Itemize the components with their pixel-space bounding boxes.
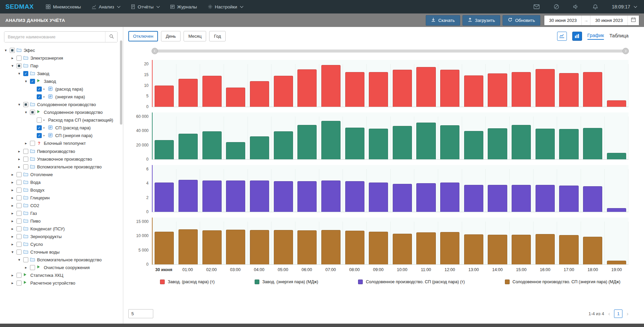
bar[interactable]: [440, 232, 459, 264]
bar[interactable]: [321, 121, 341, 159]
page-number-button[interactable]: 1: [614, 309, 622, 318]
bar[interactable]: [559, 73, 578, 107]
bar[interactable]: [274, 230, 293, 264]
bar[interactable]: [607, 100, 626, 107]
bar[interactable]: [345, 181, 364, 212]
checkbox[interactable]: ✓: [37, 94, 42, 99]
collapse-icon[interactable]: ▾: [3, 47, 8, 53]
tree-item[interactable]: ▸?Блочный теплопункт: [0, 139, 123, 148]
expand-icon[interactable]: ▸: [10, 234, 15, 239]
bar[interactable]: [274, 131, 293, 159]
tree-item[interactable]: ▸Сусло: [0, 240, 123, 248]
line-chart-toggle[interactable]: [557, 32, 567, 41]
tree-item[interactable]: ▸Зернопродукты: [0, 233, 123, 240]
bar[interactable]: [416, 67, 436, 107]
bar[interactable]: [202, 230, 222, 264]
checkbox[interactable]: [10, 48, 15, 53]
bar[interactable]: [202, 131, 222, 159]
bar[interactable]: [297, 181, 317, 212]
tree-item[interactable]: ▸Конденсат (ПСУ): [0, 225, 123, 233]
bar[interactable]: [607, 208, 626, 212]
expand-icon[interactable]: ▸: [17, 164, 22, 169]
bar[interactable]: [226, 88, 245, 107]
bar[interactable]: [321, 181, 341, 212]
tree-item[interactable]: ▸Расчетное устройство: [0, 279, 123, 287]
bar[interactable]: [226, 142, 245, 159]
mode-button-2[interactable]: Месяц: [184, 31, 206, 41]
bar[interactable]: [155, 232, 174, 264]
bar[interactable]: [345, 72, 364, 107]
tree-item[interactable]: ▾Солодовенное производство: [0, 101, 123, 108]
bar[interactable]: [464, 185, 483, 212]
legend-item[interactable]: Завод. (энергия пара) (МДж): [255, 280, 318, 284]
bar[interactable]: [393, 234, 412, 264]
bar[interactable]: [250, 181, 269, 212]
checkbox[interactable]: [23, 149, 28, 154]
bar[interactable]: [512, 72, 531, 107]
checkbox[interactable]: [17, 250, 22, 255]
checkbox[interactable]: [17, 273, 22, 278]
bar[interactable]: [179, 180, 198, 212]
bar[interactable]: [512, 185, 531, 212]
tree-item[interactable]: ▸Воздух: [0, 186, 123, 194]
expand-icon[interactable]: ▸: [43, 94, 46, 100]
tree-item[interactable]: ▾Вспомогательное производство: [0, 256, 123, 264]
menu-item-mnemo[interactable]: Мнемосхемы: [46, 0, 81, 13]
collapse-icon[interactable]: ▾: [24, 78, 28, 84]
checkbox[interactable]: [30, 141, 35, 146]
prev-page-icon[interactable]: ‹: [608, 311, 610, 317]
bar[interactable]: [369, 232, 388, 264]
expand-icon[interactable]: ▸: [10, 172, 15, 177]
expand-icon[interactable]: ▸: [10, 280, 15, 286]
bottom-scrollbar[interactable]: [0, 324, 644, 327]
tree-item[interactable]: ▸Очистные сооружения: [0, 264, 123, 271]
tree-item[interactable]: ▸Вода: [0, 178, 123, 186]
expand-icon[interactable]: ▸: [10, 272, 15, 278]
checkbox[interactable]: [17, 203, 22, 208]
bar[interactable]: [583, 237, 602, 264]
mode-button-1[interactable]: День: [161, 31, 181, 41]
bar[interactable]: [179, 134, 198, 159]
mode-button-3[interactable]: Год: [209, 31, 226, 41]
bar[interactable]: [607, 261, 626, 264]
expand-icon[interactable]: ▸: [10, 187, 15, 193]
tree-item[interactable]: ▸Пивопроизводство: [0, 148, 123, 155]
tree-item[interactable]: ✓▸СП (энергия пара): [0, 132, 123, 139]
tree-item[interactable]: ▾✓Завод: [0, 70, 123, 77]
bar[interactable]: [464, 75, 483, 107]
expand-icon[interactable]: ▸: [43, 86, 46, 92]
next-page-icon[interactable]: ›: [626, 311, 629, 317]
expand-icon[interactable]: ▸: [24, 265, 28, 270]
tree-item[interactable]: ▸Электроэнергия: [0, 54, 123, 62]
tree-item[interactable]: ▸Вспомогательное производство: [0, 163, 123, 171]
bar[interactable]: [297, 230, 317, 264]
checkbox[interactable]: [30, 265, 35, 270]
slider-handle-left[interactable]: [152, 48, 158, 54]
tree-item[interactable]: ✓▸(расход пара): [0, 85, 123, 93]
checkbox[interactable]: [23, 257, 28, 262]
checkbox[interactable]: [17, 211, 22, 216]
bell-icon[interactable]: [593, 4, 598, 9]
expand-icon[interactable]: ▸: [10, 210, 15, 216]
expand-icon[interactable]: ▸: [43, 117, 46, 123]
bar[interactable]: [512, 235, 531, 264]
bar[interactable]: [464, 131, 483, 159]
checkbox[interactable]: ✓: [23, 71, 28, 76]
legend-item[interactable]: Солодовенное производство. СП (энергия п…: [505, 280, 620, 284]
mail-icon[interactable]: [534, 4, 540, 9]
bar[interactable]: [488, 128, 507, 159]
legend-item[interactable]: Солодовенное производство. СП (расход па…: [358, 280, 465, 284]
bar[interactable]: [297, 69, 317, 107]
bar[interactable]: [155, 183, 174, 212]
expand-icon[interactable]: ▸: [10, 218, 15, 224]
slider-handle-right[interactable]: [622, 48, 629, 54]
search-input[interactable]: [4, 32, 105, 42]
bar[interactable]: [369, 72, 388, 107]
tree-item[interactable]: ▾✓Завод: [0, 77, 123, 85]
collapse-icon[interactable]: ▾: [24, 109, 28, 115]
bar[interactable]: [607, 153, 626, 159]
tree-item[interactable]: ✓▸(энергия пара): [0, 93, 123, 101]
bar[interactable]: [297, 125, 317, 159]
menu-item-settings[interactable]: Настройки: [208, 0, 243, 13]
calendar-button[interactable]: [627, 15, 639, 25]
